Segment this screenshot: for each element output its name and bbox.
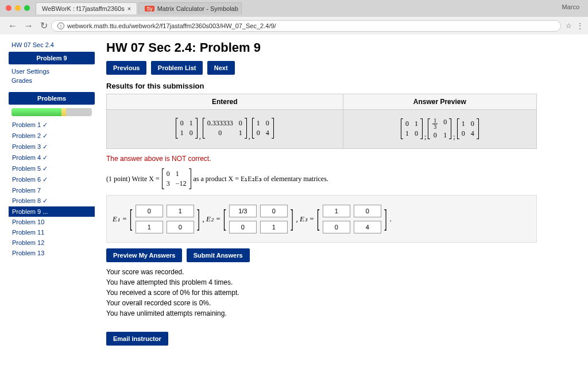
e2-r1c2[interactable] xyxy=(260,205,288,217)
main-content: HW 07 Sec 2.4: Problem 9 Previous Proble… xyxy=(106,40,579,368)
problem-link-6[interactable]: Problem 6 ✓ xyxy=(9,174,95,185)
site-info-icon[interactable]: i xyxy=(57,22,64,29)
profile-name: Marco xyxy=(562,3,579,10)
traffic-lights xyxy=(6,5,30,11)
menu-icon[interactable]: ⋮ xyxy=(577,22,583,30)
email-instructor-button[interactable]: Email instructor xyxy=(106,332,168,346)
e3-r2c2[interactable] xyxy=(354,221,381,233)
e1-r1c1[interactable] xyxy=(136,205,163,217)
progress-complete xyxy=(11,108,61,116)
reload-button[interactable]: ↻ xyxy=(40,20,48,31)
score-summary: Your score was recorded. You have attemp… xyxy=(106,267,579,319)
problem-link-12[interactable]: Problem 12 xyxy=(9,237,95,248)
maximize-window-icon[interactable] xyxy=(24,5,30,11)
problem-link-1[interactable]: Problem 1 ✓ xyxy=(9,120,95,131)
problem-link-11[interactable]: Problem 11 xyxy=(9,227,95,237)
url-bar-row: ← → ↻ i webwork.math.ttu.edu/webwork2/f1… xyxy=(0,16,588,34)
th-entered: Entered xyxy=(107,94,343,110)
previous-button[interactable]: Previous xyxy=(106,61,146,75)
problem-link-8[interactable]: Problem 8 ✓ xyxy=(9,195,95,206)
e1-r2c2[interactable] xyxy=(167,221,194,233)
sidebar-problems-header: Problems xyxy=(9,92,95,105)
progress-partial xyxy=(61,108,66,116)
results-table: Entered Answer Preview 0110 , 0.33333300… xyxy=(106,94,537,149)
preview-answers-button[interactable]: Preview My Answers xyxy=(106,248,182,262)
sidebar: HW 07 Sec 2.4 Problem 9 User Settings Gr… xyxy=(9,40,95,368)
tab-webwork[interactable]: WeBWorK : f17jastaffm2360s× xyxy=(36,2,137,14)
problem-link-3[interactable]: Problem 3 ✓ xyxy=(9,141,95,152)
forward-button[interactable]: → xyxy=(24,21,33,31)
problem-statement: (1 point) Write X = 013−12 as a product … xyxy=(106,168,579,189)
problem-list: Problem 1 ✓ Problem 2 ✓ Problem 3 ✓ Prob… xyxy=(9,120,95,258)
problem-link-5[interactable]: Problem 5 ✓ xyxy=(9,163,95,174)
answer-form: E₁ = [ ] , E₂ = [ xyxy=(106,195,537,243)
e2-r1c1[interactable] xyxy=(229,205,257,217)
close-tab-icon[interactable]: × xyxy=(241,5,242,12)
progress-bar xyxy=(11,108,92,116)
tab-strip: WeBWorK : f17jastaffm2360s× SyMatrix Cal… xyxy=(0,0,588,16)
problem-link-2[interactable]: Problem 2 ✓ xyxy=(9,131,95,141)
sidebar-grades[interactable]: Grades xyxy=(9,76,95,85)
sidebar-hw-link[interactable]: HW 07 Sec 2.4 xyxy=(9,40,95,49)
problem-link-9[interactable]: Problem 9 ... xyxy=(9,206,95,217)
page-title: HW 07 Sec 2.4: Problem 9 xyxy=(106,40,579,55)
tab-symbolab[interactable]: SyMatrix Calculator - Symbolab× xyxy=(138,2,242,14)
sidebar-user-settings[interactable]: User Settings xyxy=(9,67,95,76)
results-heading: Results for this submission xyxy=(106,82,579,90)
problem-link-10[interactable]: Problem 10 xyxy=(9,217,95,227)
submit-answers-button[interactable]: Submit Answers xyxy=(187,248,250,262)
symbolab-icon: Sy xyxy=(145,6,154,12)
close-window-icon[interactable] xyxy=(6,5,11,11)
problem-link-4[interactable]: Problem 4 ✓ xyxy=(9,152,95,163)
e3-r1c1[interactable] xyxy=(323,205,350,217)
next-button[interactable]: Next xyxy=(207,61,235,75)
star-icon[interactable]: ☆ xyxy=(566,22,572,30)
problem-list-button[interactable]: Problem List xyxy=(151,61,203,75)
e1-r2c1[interactable] xyxy=(136,221,163,233)
th-preview: Answer Preview xyxy=(343,94,536,110)
address-bar[interactable]: i webwork.math.ttu.edu/webwork2/f17jasta… xyxy=(51,20,561,32)
back-button[interactable]: ← xyxy=(8,21,17,31)
error-message: The answer above is NOT correct. xyxy=(106,155,579,163)
problem-link-7[interactable]: Problem 7 xyxy=(9,185,95,195)
close-tab-icon[interactable]: × xyxy=(127,5,131,12)
cell-entered: 0110 , 0.333333001 , 1004 xyxy=(107,110,343,149)
e3-r1c2[interactable] xyxy=(354,205,381,217)
e2-r2c2[interactable] xyxy=(260,221,288,233)
problem-link-13[interactable]: Problem 13 xyxy=(9,248,95,258)
e2-r2c1[interactable] xyxy=(229,221,257,233)
sidebar-current-problem[interactable]: Problem 9 xyxy=(9,52,95,64)
minimize-window-icon[interactable] xyxy=(15,5,21,11)
browser-chrome: Marco WeBWorK : f17jastaffm2360s× SyMatr… xyxy=(0,0,588,34)
e1-r1c2[interactable] xyxy=(167,205,194,217)
e3-r2c1[interactable] xyxy=(323,221,350,233)
cell-preview: 0110 ; 13001 ; 1004 xyxy=(343,110,536,149)
